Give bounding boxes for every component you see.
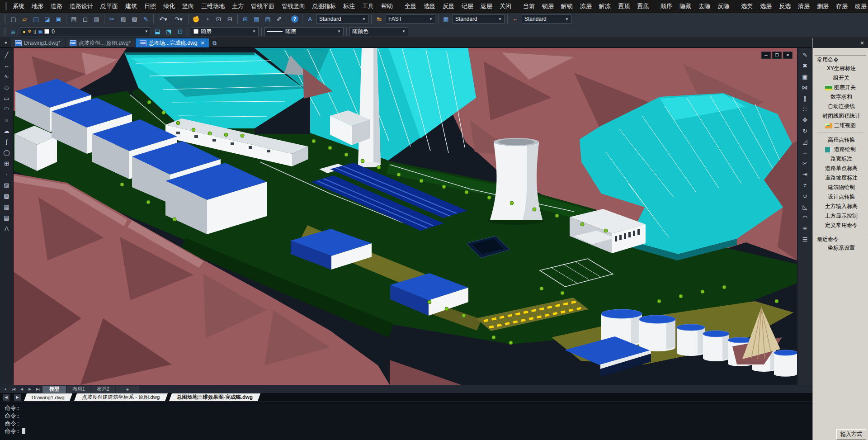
xline-icon[interactable]: ↔ xyxy=(1,60,12,71)
menu-item[interactable]: 地形 xyxy=(28,2,47,10)
draw-order-command[interactable]: 顺序 xyxy=(657,2,676,10)
document-tab[interactable]: DWG Drawing1.dwg* ✕ xyxy=(11,38,65,47)
rectangle-icon[interactable]: ▭ xyxy=(1,93,12,104)
paste-block-icon[interactable]: ▧ xyxy=(129,14,140,24)
cut-icon[interactable]: ✂ xyxy=(106,14,118,24)
layout-nav-button[interactable]: ▶ xyxy=(26,386,33,393)
array-icon[interactable]: ∷ xyxy=(799,104,811,114)
layout-nav-button[interactable]: ▲ xyxy=(2,386,9,393)
layer-state-command[interactable]: 置顶 xyxy=(614,2,633,10)
paste-icon[interactable]: ▨ xyxy=(118,14,129,24)
point-icon[interactable]: ∙ xyxy=(1,169,12,180)
fillet-icon[interactable]: ◠ xyxy=(799,212,811,223)
layer-tool-command[interactable]: 改层 xyxy=(851,2,868,10)
panel-command-item[interactable]: 组开关 xyxy=(815,73,866,83)
command-window[interactable]: 命令:命令:命令:命令: xyxy=(0,402,812,440)
trim-icon[interactable]: ✂ xyxy=(799,158,811,169)
layer-state-command[interactable]: 解锁 xyxy=(557,2,576,10)
erase-icon[interactable]: ✖ xyxy=(799,60,811,71)
layer-tool-command[interactable]: 反选 xyxy=(775,2,794,10)
menu-item[interactable]: 建筑 xyxy=(122,2,141,10)
recent-command-item[interactable]: 坐标系设置 xyxy=(815,243,866,253)
extend-icon[interactable]: ⇥ xyxy=(799,169,811,180)
document-tab[interactable]: DWG 总图场...完成稿.dwg ✕ xyxy=(136,38,209,47)
layer-states-icon[interactable]: ⊡ xyxy=(175,27,186,37)
dim-style-combo[interactable]: FAST▼ xyxy=(386,14,435,24)
layer-display-command[interactable]: 全显 xyxy=(401,2,420,10)
chamfer-icon[interactable]: ◺ xyxy=(799,201,811,212)
menu-item[interactable]: 工具 xyxy=(359,2,377,10)
panel-command-item[interactable]: 道路坡度标注 xyxy=(815,173,866,183)
color-combo[interactable]: 随层 ▼ xyxy=(191,27,259,36)
table-icon[interactable]: ▤ xyxy=(1,212,12,223)
file-tab[interactable]: 点坡度创建建筑坐标系 - 原图.dwg xyxy=(74,393,168,401)
zoom-previous-icon[interactable]: ⊟ xyxy=(224,14,236,24)
menu-item[interactable]: 竖向 xyxy=(179,2,198,10)
drawing-canvas[interactable]: ─ ❐ ✕ xyxy=(14,48,797,385)
panel-command-item[interactable]: 自动连接线 xyxy=(815,102,866,111)
close-icon[interactable]: ✕ xyxy=(859,39,866,47)
revcloud-icon[interactable]: ☁ xyxy=(1,125,12,136)
menu-item[interactable]: 管线平面 xyxy=(247,2,278,10)
pan-icon[interactable]: ✊ xyxy=(190,14,202,24)
layout-nav-button[interactable]: ◀ xyxy=(18,386,25,393)
file-nav-button[interactable]: ◀ xyxy=(3,394,9,401)
region-icon[interactable]: ▦ xyxy=(1,201,12,212)
text-style-combo[interactable]: Standard▼ xyxy=(316,14,368,24)
panel-command-item[interactable]: 定义常用命令 xyxy=(815,221,866,230)
circle-icon[interactable]: ○ xyxy=(1,114,12,125)
menu-item[interactable]: 道路 xyxy=(47,2,66,10)
layer-state-command[interactable]: 当前 xyxy=(519,2,538,10)
layer-display-command[interactable]: 记层 xyxy=(458,2,477,10)
layout-nav-button[interactable]: ▶| xyxy=(34,386,42,393)
edit-icon[interactable]: ✐ xyxy=(274,14,285,24)
menu-item[interactable]: 总图指标 xyxy=(309,2,340,10)
layout-tab[interactable]: 模型 xyxy=(42,386,66,393)
close-icon[interactable]: ✕ xyxy=(783,52,793,59)
new-file-icon[interactable]: ▢ xyxy=(8,14,19,24)
menu-item[interactable]: 标注 xyxy=(340,2,359,10)
copy-icon[interactable]: ▣ xyxy=(799,71,811,82)
panel-command-item[interactable]: 建筑物绘制 xyxy=(815,183,866,192)
text-icon[interactable]: A xyxy=(1,223,12,234)
gradient-icon[interactable]: ▩ xyxy=(1,190,12,201)
layer-display-command[interactable]: 返层 xyxy=(477,2,496,10)
restore-icon[interactable]: ❐ xyxy=(772,52,782,59)
print-icon[interactable]: ▤ xyxy=(68,14,80,24)
polygon-icon[interactable]: ◇ xyxy=(1,82,12,93)
open-file-icon[interactable]: ▱ xyxy=(19,14,30,24)
help-icon[interactable]: ? xyxy=(289,14,300,24)
menu-item[interactable]: 土方 xyxy=(228,2,247,10)
layer-tool-command[interactable]: 删层 xyxy=(813,2,832,10)
panel-command-item[interactable]: 土方输入标高 xyxy=(815,202,866,211)
scale-icon[interactable]: ◿ xyxy=(799,136,811,147)
layer-walk-icon[interactable]: ⬓ xyxy=(152,27,163,37)
panel-command-item[interactable]: 路宽标注 xyxy=(815,154,866,164)
layout-tab[interactable]: 布局2 xyxy=(91,386,115,393)
layer-state-command[interactable]: 置底 xyxy=(633,2,652,10)
layer-state-command[interactable]: 冻层 xyxy=(576,2,595,10)
properties-icon[interactable]: ☰ xyxy=(799,234,811,245)
zoom-realtime-icon[interactable]: ◔ xyxy=(202,14,213,24)
menu-item[interactable]: 道路设计 xyxy=(66,2,97,10)
file-tab[interactable]: Drawing1.dwg xyxy=(24,393,72,401)
panel-command-item[interactable]: 数字求和 xyxy=(815,92,866,102)
table-style-combo[interactable]: Standard▼ xyxy=(453,14,505,24)
layout-tab[interactable]: 布局1 xyxy=(67,386,90,393)
stretch-icon[interactable]: ⇔ xyxy=(799,147,811,158)
menu-item[interactable]: 管线竖向 xyxy=(278,2,309,10)
file-tab[interactable]: 总图场地三维效果图-完成稿.dwg xyxy=(169,393,260,401)
lineweight-combo[interactable]: 随颜色 ▼ xyxy=(349,27,408,36)
sketch-icon[interactable]: ✎ xyxy=(799,49,811,60)
hatch-icon[interactable]: ▨ xyxy=(1,180,12,190)
copy-drawing-icon[interactable]: ▣ xyxy=(53,14,64,24)
layer-tool-command[interactable]: 选层 xyxy=(756,2,775,10)
menu-item[interactable]: 帮助 xyxy=(377,2,396,10)
panel-command-item[interactable]: 土方显示控制 xyxy=(815,211,866,221)
menu-item[interactable]: 日照 xyxy=(141,2,160,10)
document-tab[interactable]: DWG 点坡度创... 原图.dwg* ✕ xyxy=(66,38,135,47)
cells-icon[interactable]: ▦ xyxy=(251,14,262,24)
layer-properties-icon[interactable]: ≣ xyxy=(8,27,19,37)
format-painter-icon[interactable]: ✎ xyxy=(140,14,151,24)
polyline-icon[interactable]: ∿ xyxy=(1,71,12,82)
